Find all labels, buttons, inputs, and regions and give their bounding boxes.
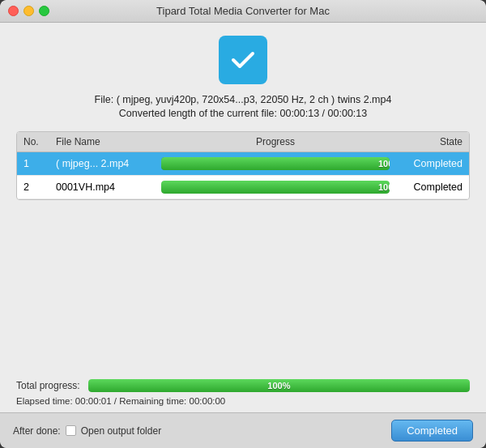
- success-icon: [219, 36, 267, 84]
- content-area: File: ( mjpeg, yuvj420p, 720x54...p3, 22…: [0, 23, 486, 412]
- open-folder-checkbox[interactable]: [66, 425, 76, 436]
- table-row[interactable]: 2 0001VH.mp4 100% Completed: [17, 176, 469, 199]
- total-progress-row: Total progress: 100%: [16, 379, 470, 392]
- cell-progress: 100%: [155, 152, 396, 176]
- cell-filename: ( mjpeg... 2.mp4: [49, 152, 155, 176]
- file-table: No. File Name Progress State 1 ( mjpeg..…: [16, 131, 470, 200]
- file-line2: Converted length of the current file: 00…: [16, 108, 470, 119]
- minimize-button[interactable]: [23, 6, 34, 16]
- total-progress-bar: 100%: [88, 379, 470, 392]
- open-folder-label: Open output folder: [81, 425, 161, 437]
- cell-no: 2: [17, 176, 49, 199]
- col-progress: Progress: [155, 132, 396, 152]
- icon-area: [16, 36, 470, 84]
- traffic-lights: [8, 6, 49, 16]
- footer: After done: Open output folder Completed: [0, 412, 486, 448]
- total-progress-pct: 100%: [88, 379, 470, 392]
- elapsed-row: Elapsed time: 00:00:01 / Remaining time:…: [16, 396, 470, 406]
- completed-button[interactable]: Completed: [391, 420, 473, 442]
- col-state: State: [396, 132, 469, 152]
- cell-state: Completed: [396, 152, 469, 176]
- table-header: No. File Name Progress State: [17, 132, 469, 152]
- after-done-area: After done: Open output folder: [13, 425, 161, 437]
- col-no: No.: [17, 132, 49, 152]
- maximize-button[interactable]: [39, 6, 49, 16]
- window-title: Tipard Total Media Converter for Mac: [156, 5, 330, 17]
- main-window: Tipard Total Media Converter for Mac Fil…: [0, 0, 486, 448]
- close-button[interactable]: [8, 6, 19, 16]
- spacer: [16, 200, 470, 369]
- file-line1: File: ( mjpeg, yuvj420p, 720x54...p3, 22…: [16, 94, 470, 105]
- file-info: File: ( mjpeg, yuvj420p, 720x54...p3, 22…: [16, 94, 470, 122]
- cell-progress: 100%: [155, 176, 396, 199]
- col-filename: File Name: [49, 132, 155, 152]
- cell-no: 1: [17, 152, 49, 176]
- table-row[interactable]: 1 ( mjpeg... 2.mp4 100% Completed: [17, 152, 469, 176]
- total-progress-label: Total progress:: [16, 380, 80, 391]
- cell-state: Completed: [396, 176, 469, 199]
- bottom-section: Total progress: 100% Elapsed time: 00:00…: [16, 379, 470, 412]
- title-bar: Tipard Total Media Converter for Mac: [0, 0, 486, 23]
- cell-filename: 0001VH.mp4: [49, 176, 155, 199]
- after-done-label: After done:: [13, 425, 61, 437]
